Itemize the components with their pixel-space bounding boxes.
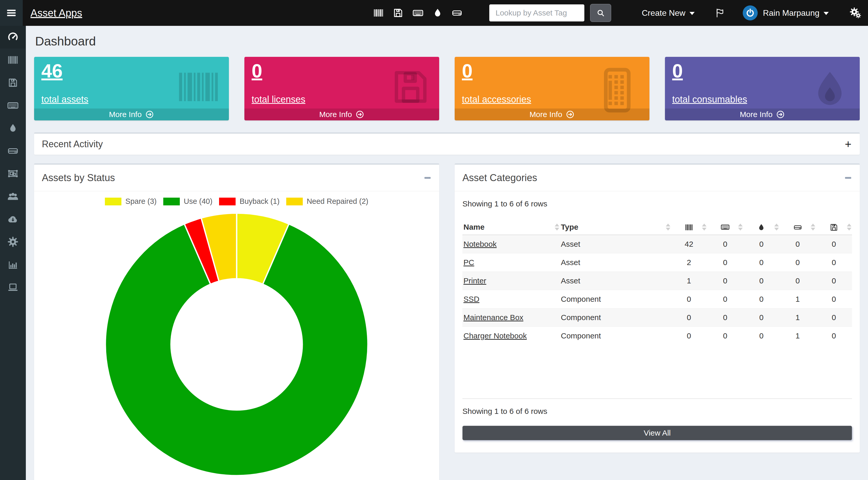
- column-header-accessories[interactable]: [707, 219, 743, 235]
- sort-icon[interactable]: [555, 223, 559, 231]
- column-header-components[interactable]: [779, 219, 815, 235]
- main-content: Dashboard 46 total assets More Info 0 to…: [26, 26, 868, 480]
- total-consumables-more-info[interactable]: More Info: [665, 109, 860, 120]
- sidebar: [0, 26, 26, 480]
- sidebar-toggle-button[interactable]: [0, 0, 23, 26]
- column-header-name[interactable]: Name: [462, 219, 560, 235]
- user-name: Rain Marpaung: [763, 8, 819, 18]
- tint-icon[interactable]: [432, 8, 443, 18]
- save-icon[interactable]: [393, 7, 404, 18]
- panel-title: Asset Categories: [462, 172, 537, 183]
- total-consumables-label[interactable]: total consumables: [672, 94, 747, 105]
- column-header-consumables[interactable]: [743, 219, 779, 235]
- category-name-link[interactable]: Maintenance Box: [463, 313, 523, 322]
- category-count: 0: [816, 272, 852, 290]
- category-count: 1: [779, 290, 815, 308]
- hdd-icon: [7, 145, 19, 156]
- expand-button[interactable]: +: [844, 140, 852, 148]
- sidebar-item-assets[interactable]: [0, 49, 26, 71]
- column-header-licenses[interactable]: [816, 219, 852, 235]
- table-row: PCAsset20000: [462, 253, 852, 272]
- category-count: 0: [743, 253, 779, 272]
- collapse-button[interactable]: [424, 174, 431, 182]
- sidebar-item-accessories[interactable]: [0, 94, 26, 117]
- sidebar-item-reports[interactable]: [0, 253, 26, 276]
- legend-item-need-repaired[interactable]: Need Repaired (2): [286, 197, 368, 206]
- create-new-menu[interactable]: Create New: [642, 8, 695, 18]
- barcode-icon[interactable]: [373, 7, 384, 18]
- sidebar-item-import[interactable]: [0, 208, 26, 231]
- sidebar-item-predefined-kits[interactable]: [0, 162, 26, 185]
- tachometer-icon: [7, 31, 19, 43]
- sort-icon[interactable]: [702, 223, 707, 231]
- sidebar-item-requestable[interactable]: [0, 276, 26, 299]
- view-all-button[interactable]: View All: [462, 426, 852, 440]
- category-type: Component: [560, 290, 671, 308]
- app-brand-link[interactable]: Asset Apps: [30, 7, 82, 19]
- sort-icon[interactable]: [811, 223, 815, 231]
- table-row: PrinterAsset10000: [462, 272, 852, 290]
- total-licenses-value[interactable]: 0: [252, 61, 262, 81]
- barcode-icon: [7, 54, 19, 66]
- power-icon: [745, 8, 755, 18]
- total-assets-value[interactable]: 46: [41, 61, 63, 81]
- category-name-link[interactable]: Printer: [463, 276, 486, 285]
- total-accessories-value[interactable]: 0: [462, 61, 472, 81]
- sort-icon[interactable]: [847, 223, 851, 231]
- sidebar-item-components[interactable]: [0, 140, 26, 162]
- minus-icon: [425, 177, 431, 179]
- total-licenses-more-info[interactable]: More Info: [244, 109, 439, 120]
- avatar[interactable]: [743, 5, 758, 21]
- settings-cogs-icon[interactable]: [849, 7, 861, 19]
- arrow-circle-right-icon: [355, 110, 364, 119]
- arrow-circle-right-icon: [776, 110, 785, 119]
- sidebar-item-settings[interactable]: [0, 231, 26, 253]
- user-menu[interactable]: Rain Marpaung: [763, 8, 829, 18]
- search-input[interactable]: [489, 4, 584, 22]
- sidebar-item-consumables[interactable]: [0, 117, 26, 140]
- legend-label: Buyback (1): [240, 197, 280, 206]
- category-name-link[interactable]: PC: [463, 258, 474, 267]
- asset-categories-panel: Asset Categories Showing 1 to 6 of 6 row…: [455, 163, 860, 453]
- search-button[interactable]: [590, 4, 611, 22]
- top-navbar: Asset Apps Create New Rain Marpaung: [0, 0, 868, 26]
- category-count: 0: [779, 253, 815, 272]
- minus-icon: [845, 177, 851, 179]
- category-count: 0: [707, 327, 743, 345]
- hdd-icon[interactable]: [452, 7, 462, 18]
- legend-item-use[interactable]: Use (40): [163, 197, 212, 206]
- panel-title: Assets by Status: [42, 172, 115, 183]
- category-count: 0: [779, 235, 815, 253]
- arrow-circle-right-icon: [566, 110, 575, 119]
- column-header-assets[interactable]: [671, 219, 707, 235]
- category-type: Asset: [560, 272, 671, 290]
- collapse-button[interactable]: [844, 174, 852, 182]
- category-name-link[interactable]: Charger Notebook: [463, 331, 527, 340]
- total-accessories-more-info[interactable]: More Info: [455, 109, 649, 120]
- laptop-icon: [7, 281, 19, 293]
- recent-activity-title: Recent Activity: [42, 139, 103, 150]
- legend-item-spare[interactable]: Spare (3): [105, 197, 157, 206]
- legend-label: Use (40): [184, 197, 212, 206]
- sidebar-item-dashboard[interactable]: [0, 26, 26, 49]
- keyboard-icon[interactable]: [412, 7, 424, 19]
- total-consumables-value[interactable]: 0: [672, 61, 683, 81]
- total-assets-more-info[interactable]: More Info: [34, 109, 229, 120]
- sidebar-item-people[interactable]: [0, 185, 26, 208]
- flag-icon[interactable]: [715, 7, 726, 18]
- sort-icon[interactable]: [774, 223, 779, 231]
- legend-label: Spare (3): [125, 197, 157, 206]
- showing-rows-text: Showing 1 to 6 of 6 rows: [462, 199, 852, 209]
- column-header-type[interactable]: Type: [560, 219, 671, 235]
- create-new-label: Create New: [642, 8, 685, 18]
- legend-item-buyback[interactable]: Buyback (1): [219, 197, 280, 206]
- total-accessories-label[interactable]: total accessories: [462, 94, 531, 105]
- total-licenses-label[interactable]: total licenses: [252, 94, 305, 105]
- sort-icon[interactable]: [738, 223, 743, 231]
- sort-icon[interactable]: [666, 223, 671, 231]
- sidebar-item-licenses[interactable]: [0, 71, 26, 94]
- category-name-link[interactable]: Notebook: [463, 240, 497, 248]
- total-assets-label[interactable]: total assets: [41, 94, 88, 105]
- category-count: 0: [816, 290, 852, 308]
- category-name-link[interactable]: SSD: [463, 295, 479, 303]
